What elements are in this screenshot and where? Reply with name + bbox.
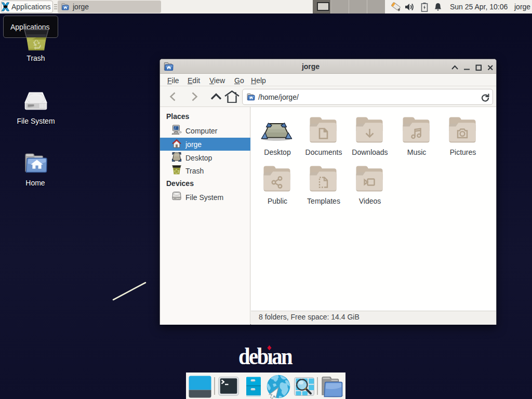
svg-text:debıan: debıan — [238, 342, 292, 369]
